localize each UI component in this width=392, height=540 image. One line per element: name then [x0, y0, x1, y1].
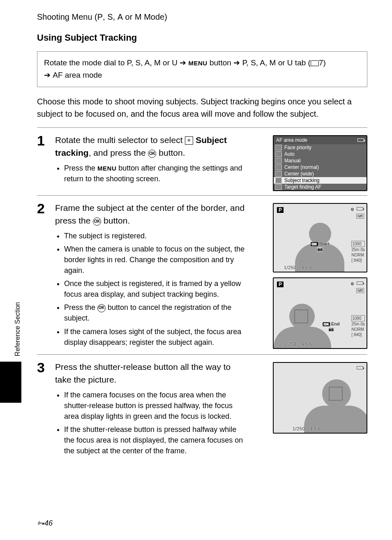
step2-bullet: The subject is registered.: [64, 231, 247, 241]
menu-item: Manual: [274, 157, 367, 164]
step-1: 1 Rotate the multi selector to select ⊕ …: [37, 127, 367, 191]
menu-item-label: Auto: [284, 151, 295, 157]
step2-bullet: When the camera is unable to focus on th…: [64, 244, 247, 276]
book-icon: [311, 59, 319, 67]
menu-item: Auto: [274, 151, 367, 157]
menu-item-label: Manual: [284, 158, 300, 164]
step1-bullet: Press the MENU button after changing the…: [64, 163, 247, 184]
menu-item-label: Target finding AF: [284, 184, 321, 190]
ok-button-icon: OK: [148, 150, 156, 158]
nr-badge: NR: [356, 288, 364, 293]
step2-bullet: Press the OK button to cancel the regist…: [64, 302, 247, 323]
af-mode-icon: [275, 184, 282, 190]
battery-icon: [357, 138, 364, 142]
lcd-shoot-screenshot: 1/250 F5.6: [273, 362, 367, 434]
ok-button-icon: OK: [97, 304, 106, 312]
af-mode-icon: [275, 171, 282, 177]
menu-item: Face priority: [274, 144, 367, 151]
navigation-path-box: Rotate the mode dial to P, S, A, M or U …: [37, 51, 367, 87]
step3-bullet: If the camera focuses on the focus area …: [64, 390, 247, 422]
menu-item-label: Center (wide): [284, 171, 314, 177]
lcd-start-screenshot: P ⚙ NR OK Start 📷: [273, 203, 367, 272]
step-number: 1: [37, 134, 49, 191]
ok-button-icon: OK: [93, 217, 101, 226]
page-title: Using Subject Tracking: [37, 32, 367, 43]
menu-item: Center (normal): [274, 164, 367, 171]
menu-button-label: MENU: [189, 60, 208, 67]
gear-icon: ⚙: [350, 207, 354, 212]
menu-item: Subject tracking: [274, 177, 367, 184]
step-number: 3: [37, 360, 49, 459]
menu-item-label: Center (normal): [284, 164, 319, 170]
battery-icon: [357, 282, 363, 285]
step-3: 3 Press the shutter-release button all t…: [37, 354, 367, 459]
intro-paragraph: Choose this mode to shoot moving subject…: [37, 95, 367, 120]
step3-bullet: If the shutter-release button is pressed…: [64, 424, 247, 456]
side-tab-label: Reference Section: [14, 302, 21, 356]
step2-bullet: Once the subject is registered, it is fr…: [64, 278, 247, 300]
af-mode-icon: [275, 151, 282, 157]
battery-icon: [357, 207, 363, 210]
step-2: 2 Frame the subject at the center of the…: [37, 195, 367, 350]
af-mode-icon: [275, 145, 282, 150]
menu-title: AF area mode: [276, 137, 307, 143]
battery-icon: [357, 366, 363, 369]
nr-badge: NR: [356, 214, 364, 219]
mode-badge: P: [277, 207, 284, 213]
section-header: Shooting Menu (P, S, A or M Mode): [37, 12, 367, 22]
gear-icon: ⚙: [350, 282, 354, 286]
menu-item-label: Face priority: [284, 145, 311, 150]
menu-item: Center (wide): [274, 171, 367, 177]
lcd-end-screenshot: P ⚙ NR OK End 📷 1080 25m 0s: [273, 277, 367, 349]
menu-item: Target finding AF: [274, 184, 367, 190]
af-mode-icon: [275, 158, 282, 164]
step-number: 2: [37, 201, 49, 350]
step2-bullet: If the camera loses sight of the subject…: [64, 326, 247, 348]
af-mode-icon: [275, 164, 282, 170]
page-number: 🗝46: [37, 519, 53, 528]
af-area-menu-screenshot: AF area mode Face priorityAutoManualCent…: [273, 135, 367, 191]
mode-badge: P: [277, 282, 284, 287]
side-tab-marker: [0, 362, 21, 403]
menu-item-label: Subject tracking: [284, 178, 319, 183]
subject-tracking-icon: ⊕: [185, 136, 193, 145]
tracking-frame-icon: [329, 387, 343, 401]
af-mode-icon: [275, 178, 282, 183]
tracking-frame-icon: [294, 309, 308, 323]
